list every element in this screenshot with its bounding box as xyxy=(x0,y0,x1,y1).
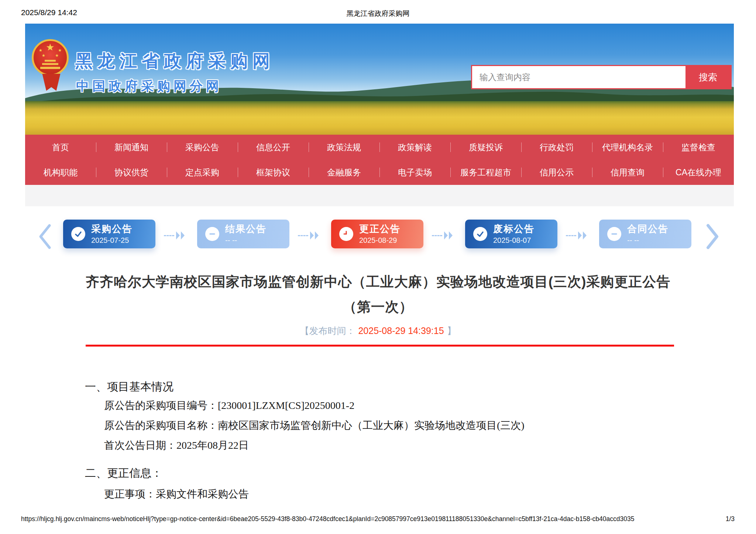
gate-icon xyxy=(42,63,58,65)
red-divider xyxy=(86,345,674,347)
star-icon xyxy=(46,42,54,52)
site-title: 黑龙江省政府采购网 xyxy=(75,49,275,73)
banner: 黑龙江省政府采购网 中国政府采购网分网 搜索 xyxy=(25,24,734,135)
publish-time: 2025-08-29 14:39:15 xyxy=(358,325,444,336)
timeline-card-date: -- -- xyxy=(225,236,267,244)
timeline-card-label: 采购公告 xyxy=(91,224,133,234)
timeline-connector xyxy=(566,231,592,240)
timeline-card-label: 合同公告 xyxy=(627,224,669,234)
nav-item-procurement-notice[interactable]: 采购公告 xyxy=(167,135,238,160)
gate-icon xyxy=(45,60,56,62)
search-group: 搜索 xyxy=(471,65,732,89)
search-input[interactable] xyxy=(472,66,685,88)
publish-label: 【发布时间： xyxy=(300,325,355,336)
nav-row-1: 首页 新闻通知 采购公告 信息公开 政策法规 政策解读 质疑投诉 行政处罚 代理… xyxy=(25,135,734,160)
timeline-card-abandoned-bid-notice[interactable]: 废标公告 2025-08-07 xyxy=(465,220,557,248)
nav-item-ca-online[interactable]: CA在线办理 xyxy=(663,160,734,185)
notice-title: 齐齐哈尔大学南校区国家市场监管创新中心（工业大麻）实验场地改造项目(三次)采购更… xyxy=(83,269,673,320)
nav-item-info-disclosure[interactable]: 信息公开 xyxy=(238,135,309,160)
nav-item-credit-publicity[interactable]: 信用公示 xyxy=(521,160,592,185)
correction-item-line: 更正事项：采购文件和采购公告 xyxy=(104,487,249,501)
clock-icon xyxy=(339,227,353,241)
nav-item-credit-inquiry[interactable]: 信用查询 xyxy=(592,160,663,185)
timeline-card-contract-notice[interactable]: 合同公告 -- -- xyxy=(599,220,691,248)
nav-item-framework-agreement[interactable]: 框架协议 xyxy=(238,160,309,185)
grey-strip xyxy=(25,185,734,206)
section-heading-project-basic-info: 一、项目基本情况 xyxy=(85,379,173,395)
minus-icon xyxy=(607,227,621,241)
main-navigation: 首页 新闻通知 采购公告 信息公开 政策法规 政策解读 质疑投诉 行政处罚 代理… xyxy=(25,135,734,185)
banner-field-image xyxy=(25,101,734,135)
nav-item-news[interactable]: 新闻通知 xyxy=(96,135,167,160)
nav-item-agreement-supply[interactable]: 协议供货 xyxy=(96,160,167,185)
nav-item-financial-services[interactable]: 金融服务 xyxy=(309,160,379,185)
nav-item-policy-regulations[interactable]: 政策法规 xyxy=(309,135,379,160)
timeline-card-correction-notice[interactable]: 更正公告 2025-08-29 xyxy=(331,220,423,248)
emblem-disc xyxy=(32,39,69,76)
timeline-card-result-notice[interactable]: 结果公告 -- -- xyxy=(197,220,289,248)
timeline-connector xyxy=(164,231,190,240)
project-number-line: 原公告的采购项目编号：[230001]LZXM[CS]20250001-2 xyxy=(104,399,354,413)
section-heading-correction-info: 二、更正信息： xyxy=(85,466,162,481)
nav-item-complaints[interactable]: 质疑投诉 xyxy=(450,135,521,160)
publish-label-close: 】 xyxy=(447,325,456,336)
timeline-card-date: 2025-07-25 xyxy=(91,236,133,244)
nav-item-org-functions[interactable]: 机构职能 xyxy=(25,160,96,185)
timeline-card-label: 结果公告 xyxy=(225,224,267,234)
project-name-line: 原公告的采购项目名称：南校区国家市场监管创新中心（工业大麻）实验场地改造项目(三… xyxy=(104,418,525,433)
nav-item-designated-procurement[interactable]: 定点采购 xyxy=(167,160,238,185)
star-icon xyxy=(39,48,42,52)
timeline-connector xyxy=(298,231,324,240)
nav-item-policy-interpretation[interactable]: 政策解读 xyxy=(379,135,450,160)
timeline-card-label: 废标公告 xyxy=(493,224,535,234)
check-icon xyxy=(71,227,85,241)
print-footer-url: https://hljcg.hlj.gov.cn/maincms-web/not… xyxy=(21,515,634,523)
star-icon xyxy=(55,54,59,58)
site-subtitle: 中国政府采购网分网 xyxy=(76,77,222,95)
first-notice-date-line: 首次公告日期：2025年08月22日 xyxy=(104,438,249,452)
publish-time-row: 【发布时间：2025-08-29 14:39:15】 xyxy=(0,325,756,337)
page: 2025/8/29 14:42 黑龙江省政府采购网 黑龙江省政府采购网 xyxy=(0,0,756,534)
search-button[interactable]: 搜索 xyxy=(685,66,731,88)
nav-item-agency-directory[interactable]: 代理机构名录 xyxy=(592,135,663,160)
notice-timeline: 采购公告 2025-07-25 结果公告 -- -- xyxy=(0,212,756,262)
timeline-prev-button[interactable] xyxy=(37,223,53,251)
nav-item-administrative-penalty[interactable]: 行政处罚 xyxy=(521,135,592,160)
nav-item-home[interactable]: 首页 xyxy=(25,135,96,160)
nav-item-supervision[interactable]: 监督检查 xyxy=(663,135,734,160)
timeline-card-label: 更正公告 xyxy=(359,224,401,234)
nav-item-service-engineering-supermarket[interactable]: 服务工程超市 xyxy=(450,160,521,185)
timeline-card-date: -- -- xyxy=(627,236,669,244)
minus-icon xyxy=(205,227,219,241)
star-icon xyxy=(42,54,45,58)
timeline-card-procurement-notice[interactable]: 采购公告 2025-07-25 xyxy=(63,220,155,248)
national-emblem-icon xyxy=(32,39,71,104)
gate-icon xyxy=(40,67,60,69)
emblem-ribbon xyxy=(39,74,64,91)
check-icon xyxy=(473,227,487,241)
timeline-next-button[interactable] xyxy=(704,223,721,251)
timeline-connector xyxy=(432,231,458,240)
timeline-card-date: 2025-08-07 xyxy=(493,236,535,244)
print-page-title: 黑龙江省政府采购网 xyxy=(0,9,756,18)
timeline-card-date: 2025-08-29 xyxy=(359,236,401,244)
star-icon xyxy=(58,48,62,52)
print-page-indicator: 1/3 xyxy=(726,515,735,523)
nav-item-e-marketplace[interactable]: 电子卖场 xyxy=(379,160,450,185)
nav-row-2: 机构职能 协议供货 定点采购 框架协议 金融服务 电子卖场 服务工程超市 信用公… xyxy=(25,160,734,185)
